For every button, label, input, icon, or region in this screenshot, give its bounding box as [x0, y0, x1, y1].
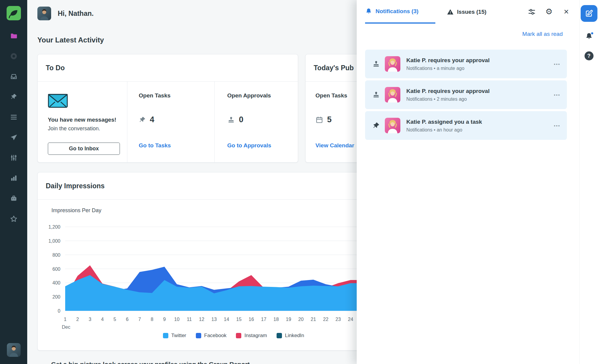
legend-swatch	[236, 333, 241, 338]
sidebar-item-tasks[interactable]	[10, 93, 18, 101]
notification-meta: Notifications • a minute ago	[406, 66, 489, 71]
open-approvals-count: 0	[239, 115, 243, 124]
sidebar-item-publishing[interactable]	[10, 133, 18, 142]
todo-card-body: You have new messages! Join the conversa…	[38, 82, 298, 162]
tab-notifications[interactable]: Notifications (3)	[365, 0, 435, 24]
pushpin-icon	[372, 122, 381, 129]
svg-text:16: 16	[249, 317, 254, 322]
filter-sliders-icon[interactable]	[527, 8, 536, 16]
svg-text:10: 10	[174, 317, 180, 322]
legend-swatch	[277, 333, 282, 338]
close-icon[interactable]: ✕	[562, 8, 570, 16]
legend-item-linkedin[interactable]: LinkedIn	[277, 333, 304, 339]
tab-notifications-label: Notifications (3)	[376, 8, 419, 15]
svg-text:20: 20	[298, 317, 304, 322]
legend-label: LinkedIn	[285, 333, 304, 339]
inbox-tray-icon	[10, 73, 18, 80]
bell-icon	[365, 8, 372, 15]
panel-actions: ⚙ ✕	[527, 8, 570, 16]
stamp-icon	[372, 91, 381, 99]
mark-all-as-read-link[interactable]: Mark all as read	[522, 31, 563, 37]
help-icon[interactable]: ?	[585, 51, 594, 60]
notification-meta: Notifications • 2 minutes ago	[406, 97, 489, 102]
gear-icon[interactable]: ⚙	[545, 8, 553, 16]
sidebar-item-folder[interactable]	[10, 32, 18, 40]
notification-title: Katie P. requires your approval	[406, 57, 489, 64]
legend-item-twitter[interactable]: Twitter	[163, 333, 186, 339]
svg-text:600: 600	[52, 267, 60, 272]
notification-item[interactable]: Katie P. requires your approval Notifica…	[365, 50, 567, 78]
bar-chart-icon	[10, 174, 18, 182]
stamp-icon	[372, 60, 381, 68]
open-approvals-column: Open Approvals 0 Go to Approvals	[214, 82, 298, 162]
go-to-approvals-link[interactable]: Go to Approvals	[227, 142, 271, 149]
svg-text:1,000: 1,000	[48, 238, 60, 244]
notification-text: Katie P. requires your approval Notifica…	[406, 57, 489, 71]
avatar	[7, 343, 21, 357]
sidebar-user-avatar[interactable]	[7, 343, 21, 357]
ellipsis-menu-icon[interactable]: •••	[554, 62, 560, 67]
sidebar-item-reports[interactable]	[10, 174, 18, 182]
sidebar-item-listening[interactable]	[10, 154, 18, 162]
todo-card-title: To Do	[38, 54, 298, 82]
greeting-text: Hi, Nathan.	[58, 10, 94, 18]
legend-label: Instagram	[244, 333, 267, 339]
sidebar-item-bot[interactable]	[10, 194, 18, 203]
svg-text:21: 21	[311, 317, 316, 322]
open-tasks-count: 4	[150, 115, 154, 124]
sidebar-item-reports-disc[interactable]	[10, 52, 18, 60]
svg-text:1,200: 1,200	[48, 224, 60, 230]
avatar	[37, 7, 51, 20]
notifications-bell-button[interactable]	[585, 32, 593, 42]
svg-text:4: 4	[101, 317, 104, 322]
sliders-vertical-icon	[10, 154, 18, 162]
go-to-inbox-button[interactable]: Go to Inbox	[48, 143, 120, 155]
panel-header: Notifications (3) Issues (15) ⚙ ✕	[357, 0, 579, 24]
compose-button[interactable]	[581, 5, 597, 22]
warning-triangle-icon	[447, 8, 454, 16]
open-tasks-count-row: 4	[139, 115, 214, 124]
svg-text:800: 800	[52, 253, 60, 258]
ellipsis-menu-icon[interactable]: •••	[554, 92, 560, 97]
compose-icon	[585, 9, 593, 18]
svg-text:17: 17	[261, 317, 266, 322]
sidebar-item-inbox[interactable]	[10, 72, 18, 81]
svg-text:6: 6	[126, 317, 129, 322]
sidebar-nav	[10, 32, 18, 223]
sidebar	[0, 0, 27, 364]
user-avatar[interactable]	[37, 7, 51, 20]
notification-item[interactable]: Katie P. requires your approval Notifica…	[365, 80, 567, 109]
svg-text:5: 5	[114, 317, 116, 322]
tab-issues[interactable]: Issues (15)	[447, 0, 486, 24]
sprout-logo[interactable]	[7, 6, 21, 20]
legend-item-instagram[interactable]: Instagram	[236, 333, 267, 339]
notification-item[interactable]: Katie P. assigned you a task Notificatio…	[365, 111, 567, 140]
avatar	[385, 56, 400, 72]
open-tasks-column: Open Tasks 4 Go to Tasks	[127, 82, 214, 162]
open-approvals-label: Open Approvals	[227, 92, 298, 99]
svg-text:23: 23	[335, 317, 341, 322]
unread-dot	[591, 32, 594, 35]
legend-item-facebook[interactable]: Facebook	[196, 333, 227, 339]
svg-text:9: 9	[163, 317, 166, 322]
view-calendar-link[interactable]: View Calendar	[315, 142, 354, 149]
inbox-column: You have new messages! Join the conversa…	[38, 82, 127, 162]
sidebar-item-favorites[interactable]	[10, 215, 18, 223]
ellipsis-menu-icon[interactable]: •••	[554, 123, 560, 128]
open-approvals-count-row: 0	[227, 115, 298, 124]
svg-text:Dec: Dec	[62, 325, 70, 330]
calendar-icon	[315, 116, 323, 124]
svg-text:18: 18	[274, 317, 279, 322]
leaf-icon	[7, 6, 21, 20]
svg-text:11: 11	[187, 317, 192, 322]
paper-plane-icon	[10, 134, 18, 141]
folder-icon	[10, 32, 18, 40]
envelope-icon	[48, 94, 68, 108]
todo-card: To Do You have new messages! Join the co…	[37, 54, 298, 163]
pushpin-icon	[139, 116, 146, 123]
pushpin-icon	[10, 93, 17, 100]
sidebar-item-feeds[interactable]	[10, 113, 18, 121]
go-to-tasks-link[interactable]: Go to Tasks	[139, 142, 171, 149]
svg-text:15: 15	[236, 317, 242, 322]
legend-label: Twitter	[171, 333, 186, 339]
